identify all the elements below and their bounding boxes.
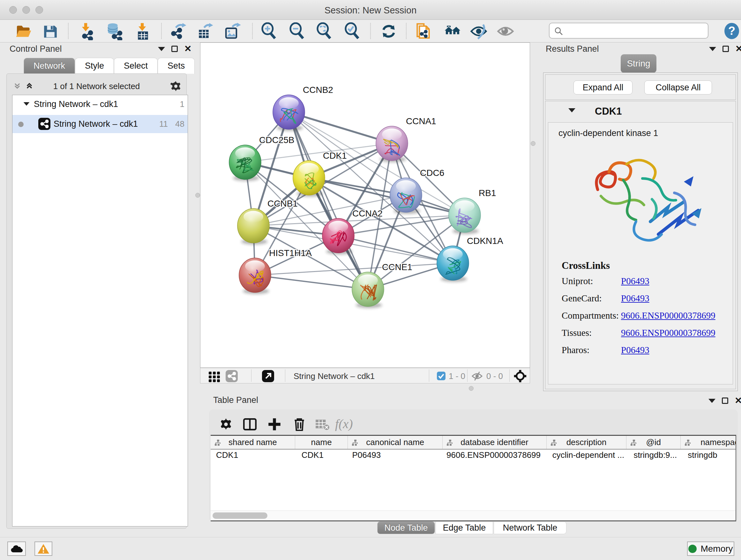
zoom-in-icon[interactable] xyxy=(260,22,278,40)
network-share-icon[interactable] xyxy=(226,370,238,382)
function-builder-icon[interactable]: f(x) xyxy=(335,416,353,431)
export-network-icon[interactable] xyxy=(169,22,187,40)
column-header-id[interactable]: @id xyxy=(626,436,681,449)
splitter-handle-right[interactable] xyxy=(531,141,536,146)
network-edge[interactable] xyxy=(289,112,368,289)
hidden-eye-icon xyxy=(471,370,483,382)
control-panel: Control Panel ✕ Network Style Select Set… xyxy=(3,43,190,531)
node-label-HIST1H1A: HIST1H1A xyxy=(269,248,312,258)
crosslink-label: GeneCard: xyxy=(562,293,621,304)
import-network-file-icon[interactable] xyxy=(78,22,96,40)
network-row-selected[interactable]: String Network – cdk1 11 48 xyxy=(12,115,188,133)
network-edge[interactable] xyxy=(255,275,368,289)
node-label-CDK1: CDK1 xyxy=(323,151,347,161)
tab-edge-table[interactable]: Edge Table xyxy=(435,521,493,534)
gene-details: cyclin-dependent kinase 1 xyxy=(548,122,733,384)
crosslink-value[interactable]: P06493 xyxy=(621,293,650,304)
collection-expand-icon[interactable] xyxy=(23,102,30,106)
gene-name: CDK1 xyxy=(595,106,622,117)
control-panel-float-icon[interactable] xyxy=(172,46,178,52)
show-columns-icon[interactable] xyxy=(242,416,258,432)
zoom-fit-icon[interactable] xyxy=(315,22,333,40)
column-header-description[interactable]: description xyxy=(547,436,627,449)
birdseye-grid-icon[interactable] xyxy=(208,370,221,382)
crosshair-icon[interactable] xyxy=(514,369,527,383)
network-edge[interactable] xyxy=(338,236,453,263)
cloud-button[interactable] xyxy=(7,542,26,556)
export-image-icon[interactable] xyxy=(223,22,241,40)
search-input[interactable] xyxy=(549,23,709,39)
tab-sets[interactable]: Sets xyxy=(158,58,195,74)
column-header-database-identifier[interactable]: database identifier xyxy=(443,436,547,449)
show-eye-icon[interactable] xyxy=(496,22,515,40)
open-in-window-icon[interactable] xyxy=(262,370,274,382)
export-table-icon[interactable] xyxy=(196,22,214,40)
save-session-icon[interactable] xyxy=(42,22,59,40)
network-collection-row[interactable]: String Network – cdk1 1 xyxy=(12,95,188,113)
memory-button[interactable]: Memory xyxy=(687,542,734,556)
crosslink-label: Uniprot: xyxy=(562,276,621,287)
add-column-icon[interactable] xyxy=(266,416,282,432)
column-header-canonical-name[interactable]: canonical name xyxy=(348,436,443,449)
network-list: String Network – cdk1 1 String Network –… xyxy=(12,95,188,526)
crosslink-label: Tissues: xyxy=(562,327,621,338)
results-panel-float-icon[interactable] xyxy=(723,46,729,52)
control-panel-close-icon[interactable]: ✕ xyxy=(184,46,192,52)
delete-table-icon[interactable] xyxy=(314,416,330,432)
network-edge-count: 48 xyxy=(175,119,185,129)
hide-eye-icon[interactable] xyxy=(470,22,488,40)
clone-network-icon[interactable] xyxy=(414,22,432,40)
scrollbar-thumb[interactable] xyxy=(212,512,267,519)
gene-collapse-icon[interactable] xyxy=(568,108,576,112)
expand-all-button[interactable]: Expand All xyxy=(574,80,632,95)
tab-node-table[interactable]: Node Table xyxy=(377,521,435,534)
gene-header[interactable]: CDK1 xyxy=(545,101,736,122)
network-view-footer: String Network – cdk1 1 - 0 0 - 0 xyxy=(200,368,530,383)
open-session-icon[interactable] xyxy=(15,22,32,40)
tab-select[interactable]: Select xyxy=(114,58,158,74)
tab-string[interactable]: String xyxy=(621,54,657,73)
selected-checkbox[interactable] xyxy=(437,372,446,380)
horizontal-scrollbar[interactable] xyxy=(211,510,736,520)
tab-style[interactable]: Style xyxy=(75,58,114,74)
table-settings-gear-icon[interactable] xyxy=(218,416,234,432)
splitter-handle-left[interactable] xyxy=(195,193,200,198)
column-header-name[interactable]: name xyxy=(295,436,348,449)
splitter-handle-bottom[interactable] xyxy=(469,386,474,391)
delete-column-icon[interactable] xyxy=(291,416,307,432)
network-canvas[interactable]: CCNB2CCNA1CDC25BCDK1CDC6RB1CCNB1CCNA2CDK… xyxy=(200,43,530,368)
collapse-all-button[interactable]: Collapse All xyxy=(644,80,712,95)
table-row[interactable]: CDK1 CDK1 P06493 9606.ENSP00000378699 cy… xyxy=(211,450,736,464)
crosslink-value[interactable]: P06493 xyxy=(621,276,650,287)
gear-icon[interactable] xyxy=(170,80,182,92)
column-header-shared-name[interactable]: shared name xyxy=(211,436,295,449)
import-network-database-icon[interactable] xyxy=(105,22,123,40)
results-panel-close-icon[interactable]: ✕ xyxy=(735,46,741,52)
node-label-RB1: RB1 xyxy=(479,188,496,198)
import-table-file-icon[interactable] xyxy=(134,22,152,40)
zoom-selected-icon[interactable] xyxy=(343,22,361,40)
crosslink-value[interactable]: 9606.ENSP00000378699 xyxy=(621,310,716,321)
control-panel-menu-icon[interactable] xyxy=(158,47,165,51)
crosslink-value[interactable]: 9606.ENSP00000378699 xyxy=(621,327,716,338)
network-type-icon xyxy=(38,118,51,130)
help-icon[interactable]: ? xyxy=(723,22,740,40)
refresh-icon[interactable] xyxy=(380,22,398,40)
zoom-out-icon[interactable] xyxy=(288,22,306,40)
table-panel-menu-icon[interactable] xyxy=(709,399,716,403)
results-panel: Results Panel ✕ String Expand All Collap… xyxy=(541,43,741,394)
show-all-networks-icon[interactable] xyxy=(444,22,461,40)
table-panel-close-icon[interactable]: ✕ xyxy=(735,397,741,404)
table-panel-float-icon[interactable] xyxy=(722,397,728,404)
tab-network[interactable]: Network xyxy=(23,58,75,74)
network-node-count: 11 xyxy=(159,119,168,129)
crosslink-label: Pharos: xyxy=(562,345,621,355)
crosslink-value[interactable]: P06493 xyxy=(621,345,650,355)
column-header-namespace[interactable]: namespac xyxy=(681,436,736,449)
warning-button[interactable] xyxy=(35,542,52,556)
protein-structure-image xyxy=(579,142,706,257)
network-tab-body: 1 of 1 Network selected String Network –… xyxy=(6,73,187,529)
memory-status-dot xyxy=(688,545,697,553)
results-panel-menu-icon[interactable] xyxy=(709,47,716,51)
tab-network-table[interactable]: Network Table xyxy=(494,521,566,534)
